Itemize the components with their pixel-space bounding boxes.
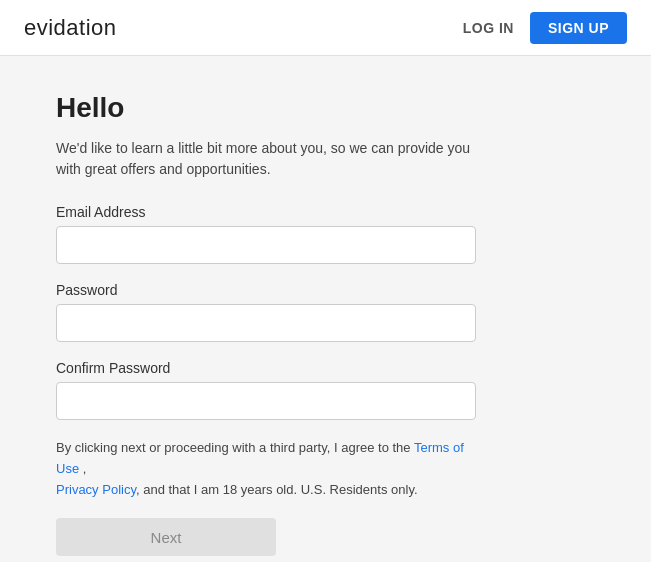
confirm-password-label: Confirm Password	[56, 360, 595, 376]
confirm-password-input[interactable]	[56, 382, 476, 420]
privacy-policy-link[interactable]: Privacy Policy	[56, 482, 136, 497]
password-label: Password	[56, 282, 595, 298]
logo: evidation	[24, 15, 117, 41]
page-title: Hello	[56, 92, 595, 124]
login-button[interactable]: LOG IN	[463, 20, 514, 36]
signup-button[interactable]: SIGN UP	[530, 12, 627, 44]
main-content: Hello We'd like to learn a little bit mo…	[0, 56, 651, 562]
next-button[interactable]: Next	[56, 518, 276, 556]
confirm-password-group: Confirm Password	[56, 360, 595, 420]
terms-text: By clicking next or proceeding with a th…	[56, 438, 486, 500]
header-actions: LOG IN SIGN UP	[463, 12, 627, 44]
email-label: Email Address	[56, 204, 595, 220]
password-group: Password	[56, 282, 595, 342]
email-input[interactable]	[56, 226, 476, 264]
subtitle-text: We'd like to learn a little bit more abo…	[56, 138, 486, 180]
password-input[interactable]	[56, 304, 476, 342]
email-group: Email Address	[56, 204, 595, 264]
site-header: evidation LOG IN SIGN UP	[0, 0, 651, 56]
